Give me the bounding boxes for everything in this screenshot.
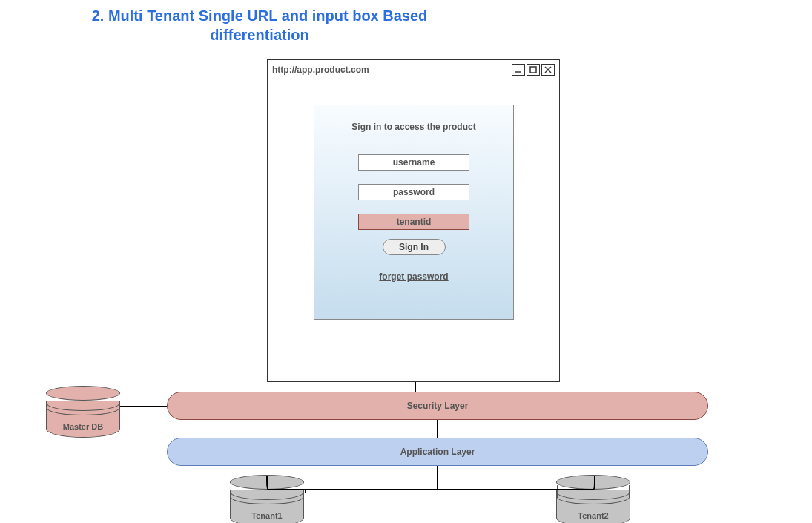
master-db: Master DB [46,386,120,438]
tenant2-db-label: Tenant2 [557,511,630,520]
svg-rect-1 [530,67,536,73]
tenant2-db: Tenant2 [556,475,630,523]
signin-button[interactable]: Sign In [383,239,446,255]
forget-password-link[interactable]: forget password [314,272,513,282]
username-field[interactable]: username [358,154,469,171]
tenant1-db-label: Tenant1 [231,511,303,520]
close-icon[interactable] [541,64,555,76]
minimize-icon[interactable] [512,64,525,76]
browser-window: http://app.product.com Sign in to access… [267,59,560,382]
login-heading: Sign in to access the product [314,122,513,132]
login-panel: Sign in to access the product username p… [314,105,514,320]
security-layer: Security Layer [167,392,708,420]
diagram-title: 2. Multi Tenant Single URL and input box… [59,6,460,45]
maximize-icon[interactable] [527,64,540,76]
master-db-label: Master DB [47,422,119,431]
password-field[interactable]: password [358,184,469,200]
browser-url: http://app.product.com [272,65,369,75]
application-layer: Application Layer [167,438,708,466]
tenantid-field[interactable]: tenantid [358,214,469,230]
tenant1-db: Tenant1 [230,475,304,523]
browser-titlebar: http://app.product.com [268,60,559,79]
window-buttons [512,64,555,76]
